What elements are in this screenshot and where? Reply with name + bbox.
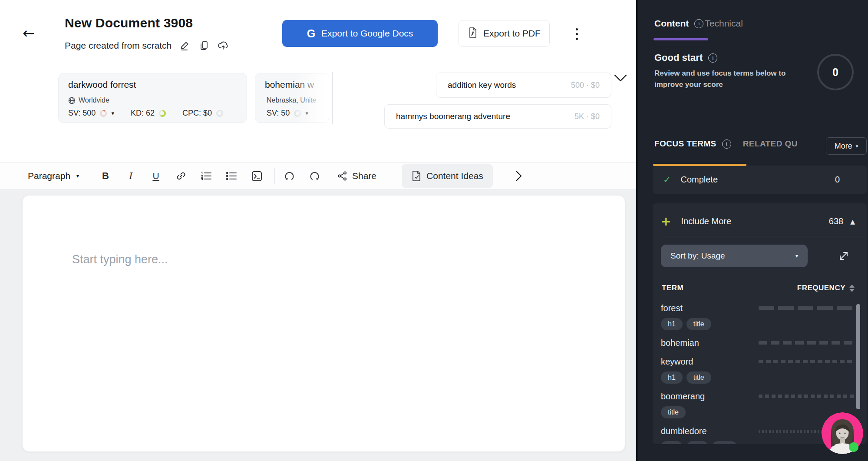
term-tags: h1title	[661, 318, 855, 330]
suggestion-text: hammys boomerang adventure	[396, 112, 574, 121]
complete-section[interactable]: ✓ Complete 0	[653, 166, 867, 194]
toolbar-overflow-chevron[interactable]	[511, 166, 527, 186]
upload-cloud-icon[interactable]	[218, 40, 229, 51]
share-button[interactable]: Share	[337, 171, 376, 181]
active-tab-indicator	[653, 38, 708, 40]
undo-icon	[284, 170, 295, 182]
sort-arrows-icon	[849, 285, 855, 292]
bold-button[interactable]: B	[97, 166, 114, 186]
paragraph-style-select[interactable]: Paragraph ▾	[28, 171, 97, 181]
bullet-list-button[interactable]	[223, 166, 240, 186]
undo-button[interactable]	[281, 166, 297, 186]
app-window: ← New Document 3908 Page created from sc…	[0, 0, 868, 461]
keyword-name: darkwood forrest	[68, 80, 136, 90]
scrollbar-thumb[interactable]	[856, 304, 860, 409]
document-subtitle: Page created from scratch	[65, 40, 172, 51]
keyword-suggestion-pill[interactable]: hammys boomerang adventure 5K · $0	[384, 104, 611, 129]
editor-placeholder: Start typing here...	[72, 253, 168, 266]
term-tag-h1: h1	[661, 318, 683, 330]
table-row[interactable]: bohemian	[661, 337, 855, 349]
keyword-difficulty-value: KD: 62	[131, 109, 155, 118]
document-title: New Document 3908	[65, 16, 193, 30]
info-icon[interactable]: i	[708, 53, 717, 63]
term-label: dumbledore	[661, 426, 707, 436]
export-google-docs-button[interactable]: G Export to Google Docs	[282, 20, 438, 47]
keyword-metrics: SV: 500 ▾ KD: 62 CPC: $0	[68, 109, 223, 118]
sort-by-label: Sort by: Usage	[670, 251, 725, 261]
redo-icon	[309, 170, 320, 182]
tab-technical[interactable]: Technical	[705, 18, 743, 29]
term-tags: h1title	[661, 371, 855, 384]
complete-label: Complete	[680, 175, 835, 185]
terminal-icon	[251, 170, 263, 182]
link-icon	[175, 170, 187, 182]
table-row[interactable]: boomerangtitle	[661, 390, 855, 418]
keyword-location: Worldvide	[68, 96, 109, 104]
document-check-icon	[411, 170, 422, 182]
frequency-sort-header[interactable]: FREQUENCY	[797, 284, 855, 292]
frequency-column-header: FREQUENCY	[797, 284, 845, 292]
plus-icon: +	[661, 216, 671, 228]
suggestion-meta: 500 · $0	[571, 81, 600, 90]
suggestion-text: addition key words	[448, 80, 571, 90]
score-heading: Good start	[654, 52, 703, 63]
more-dropdown-button[interactable]: More ▾	[826, 137, 867, 155]
score-description: Review and use focus terms below to impr…	[654, 68, 789, 90]
terms-table-header: TERM FREQUENCY	[653, 284, 867, 292]
redo-button[interactable]	[306, 166, 323, 186]
collapse-chevron-icon[interactable]	[613, 71, 628, 84]
underline-button[interactable]: U	[148, 166, 164, 186]
code-block-button[interactable]	[248, 166, 265, 186]
back-button[interactable]: ←	[18, 23, 39, 43]
italic-button[interactable]: I	[122, 166, 139, 186]
keyword-suggestion-pill[interactable]: addition key words 500 · $0	[436, 73, 611, 98]
sort-row: Sort by: Usage ▾	[653, 245, 867, 267]
link-button[interactable]	[173, 166, 189, 186]
editor-toolbar: Paragraph ▾ B I U	[0, 162, 636, 190]
chevron-down-icon[interactable]: ▾	[305, 110, 308, 116]
sort-by-select[interactable]: Sort by: Usage ▾	[661, 245, 808, 267]
more-label: More	[835, 142, 852, 151]
complete-count: 0	[835, 175, 840, 185]
right-sidebar: Content i Technical Good start i Review …	[636, 0, 868, 461]
focus-terms-active-indicator	[653, 164, 746, 166]
info-icon[interactable]: i	[722, 139, 731, 149]
expand-panel-icon[interactable]	[837, 249, 850, 262]
cpc-ring-icon	[216, 110, 223, 117]
main-area: ← New Document 3908 Page created from sc…	[0, 0, 636, 461]
globe-icon	[68, 97, 76, 104]
vertical-divider	[332, 72, 333, 124]
copy-icon[interactable]	[198, 40, 210, 51]
tab-content[interactable]: Content	[654, 18, 689, 29]
include-more-header[interactable]: + Include More 638 ▲	[653, 203, 867, 236]
keyword-difficulty-ring-icon	[159, 110, 166, 117]
term-label: keyword	[661, 357, 693, 367]
ordered-list-button[interactable]	[198, 166, 215, 186]
table-row[interactable]: keywordh1title	[661, 355, 855, 384]
term-tag-h1: h1	[661, 441, 683, 444]
keyword-card-primary[interactable]: darkwood forrest Worldvide SV: 500 ▾ KD:…	[58, 73, 247, 123]
edit-icon[interactable]	[179, 40, 191, 51]
sidebar-tabs: Content i Technical	[654, 18, 743, 29]
chevron-up-icon: ▲	[850, 218, 855, 225]
tab-focus-terms[interactable]: FOCUS TERMS	[654, 139, 716, 149]
keyword-card-secondary[interactable]: bohemian w Nebraska, Unite SV: 50 ▾	[255, 73, 329, 123]
term-tags: title	[661, 406, 855, 418]
terms-section-tabs: FOCUS TERMS i RELATED QU	[654, 139, 798, 149]
pdf-file-icon	[468, 27, 478, 40]
content-ideas-button[interactable]: Content Ideas	[402, 164, 493, 188]
export-pdf-label: Export to PDF	[483, 28, 541, 39]
term-tag-title: title	[712, 441, 737, 444]
search-volume-value: SV: 500	[68, 109, 96, 118]
editor-canvas[interactable]: Start typing here...	[22, 195, 625, 452]
search-volume-value: SV: 50	[267, 109, 290, 118]
info-icon[interactable]: i	[694, 19, 703, 28]
score-heading-row: Good start i	[654, 52, 717, 63]
export-pdf-button[interactable]: Export to PDF	[459, 20, 550, 47]
search-volume-ring-icon	[100, 110, 107, 117]
more-options-icon[interactable]	[572, 24, 581, 44]
chevron-down-icon[interactable]: ▾	[111, 110, 114, 116]
content-score-badge: 0	[817, 54, 854, 90]
table-row[interactable]: foresth1title	[661, 302, 855, 330]
tab-related-questions[interactable]: RELATED QU	[743, 139, 798, 149]
